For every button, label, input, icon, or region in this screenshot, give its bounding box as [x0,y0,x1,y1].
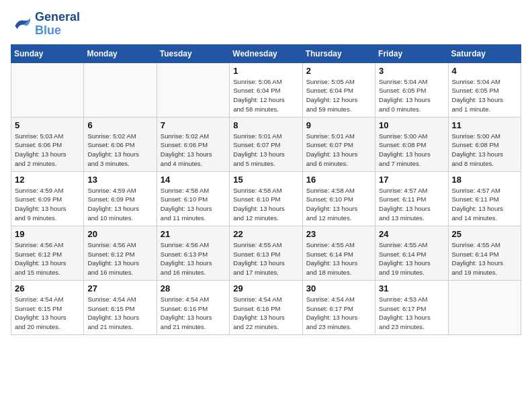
day-number: 24 [379,229,444,239]
calendar-week-4: 19Sunrise: 4:56 AM Sunset: 6:12 PM Dayli… [11,226,521,280]
calendar-cell: 25Sunrise: 4:55 AM Sunset: 6:14 PM Dayli… [448,226,521,280]
calendar-cell [448,280,521,334]
day-info: Sunrise: 5:00 AM Sunset: 6:08 PM Dayligh… [452,132,517,169]
page-header: General Blue [11,11,521,38]
day-number: 23 [306,229,371,239]
day-number: 28 [161,283,226,293]
day-info: Sunrise: 4:54 AM Sunset: 6:15 PM Dayligh… [87,295,152,332]
header-row: SundayMondayTuesdayWednesdayThursdayFrid… [11,44,521,62]
day-number: 31 [379,283,444,293]
calendar-cell: 19Sunrise: 4:56 AM Sunset: 6:12 PM Dayli… [11,226,84,280]
day-number: 26 [15,283,80,293]
day-number: 9 [306,120,371,130]
calendar-table: SundayMondayTuesdayWednesdayThursdayFrid… [11,44,521,335]
day-number: 30 [306,283,371,293]
calendar-cell: 28Sunrise: 4:54 AM Sunset: 6:16 PM Dayli… [157,280,229,334]
day-number: 10 [379,120,444,130]
day-info: Sunrise: 4:59 AM Sunset: 6:09 PM Dayligh… [87,186,152,223]
day-info: Sunrise: 5:01 AM Sunset: 6:07 PM Dayligh… [233,132,298,169]
day-number: 11 [452,120,517,130]
day-number: 15 [233,175,298,185]
calendar-cell: 9Sunrise: 5:01 AM Sunset: 6:07 PM Daylig… [302,117,375,171]
day-number: 14 [161,175,226,185]
calendar-cell: 13Sunrise: 4:59 AM Sunset: 6:09 PM Dayli… [84,171,157,226]
calendar-cell: 12Sunrise: 4:59 AM Sunset: 6:09 PM Dayli… [11,171,84,226]
calendar-cell: 14Sunrise: 4:58 AM Sunset: 6:10 PM Dayli… [157,171,229,226]
calendar-cell: 29Sunrise: 4:54 AM Sunset: 6:16 PM Dayli… [230,280,302,334]
calendar-cell: 3Sunrise: 5:04 AM Sunset: 6:05 PM Daylig… [375,62,448,117]
day-number: 25 [452,229,517,239]
day-info: Sunrise: 5:02 AM Sunset: 6:06 PM Dayligh… [87,132,152,169]
day-info: Sunrise: 5:03 AM Sunset: 6:06 PM Dayligh… [15,132,80,169]
header-cell-thursday: Thursday [302,44,375,62]
header-cell-monday: Monday [84,44,157,62]
calendar-cell: 16Sunrise: 4:58 AM Sunset: 6:10 PM Dayli… [302,171,375,226]
header-cell-friday: Friday [375,44,448,62]
day-number: 2 [306,66,371,76]
header-cell-sunday: Sunday [11,44,84,62]
calendar-cell: 6Sunrise: 5:02 AM Sunset: 6:06 PM Daylig… [84,117,157,171]
day-info: Sunrise: 4:58 AM Sunset: 6:10 PM Dayligh… [233,186,298,223]
day-info: Sunrise: 5:01 AM Sunset: 6:07 PM Dayligh… [306,132,371,169]
day-info: Sunrise: 4:57 AM Sunset: 6:11 PM Dayligh… [452,186,517,223]
calendar-week-5: 26Sunrise: 4:54 AM Sunset: 6:15 PM Dayli… [11,280,521,334]
calendar-cell: 1Sunrise: 5:06 AM Sunset: 6:04 PM Daylig… [230,62,302,117]
calendar-cell: 30Sunrise: 4:54 AM Sunset: 6:17 PM Dayli… [302,280,375,334]
day-info: Sunrise: 4:56 AM Sunset: 6:12 PM Dayligh… [87,240,152,277]
day-info: Sunrise: 4:58 AM Sunset: 6:10 PM Dayligh… [306,186,371,223]
day-info: Sunrise: 5:04 AM Sunset: 6:05 PM Dayligh… [452,77,517,114]
calendar-cell: 11Sunrise: 5:00 AM Sunset: 6:08 PM Dayli… [448,117,521,171]
calendar-cell: 2Sunrise: 5:05 AM Sunset: 6:04 PM Daylig… [302,62,375,117]
calendar-cell: 7Sunrise: 5:02 AM Sunset: 6:06 PM Daylig… [157,117,229,171]
day-number: 3 [379,66,444,76]
day-number: 12 [15,175,80,185]
calendar-cell: 31Sunrise: 4:53 AM Sunset: 6:17 PM Dayli… [375,280,448,334]
day-number: 6 [87,120,152,130]
header-cell-wednesday: Wednesday [230,44,302,62]
day-info: Sunrise: 4:53 AM Sunset: 6:17 PM Dayligh… [379,295,444,332]
calendar-cell: 24Sunrise: 4:55 AM Sunset: 6:14 PM Dayli… [375,226,448,280]
day-number: 20 [87,229,152,239]
logo-icon [11,15,32,34]
day-info: Sunrise: 5:02 AM Sunset: 6:06 PM Dayligh… [161,132,226,169]
calendar-cell [11,62,84,117]
day-info: Sunrise: 4:57 AM Sunset: 6:11 PM Dayligh… [379,186,444,223]
calendar-header: SundayMondayTuesdayWednesdayThursdayFrid… [11,44,521,62]
day-number: 22 [233,229,298,239]
day-info: Sunrise: 4:59 AM Sunset: 6:09 PM Dayligh… [15,186,80,223]
day-number: 8 [233,120,298,130]
day-number: 16 [306,175,371,185]
day-number: 21 [161,229,226,239]
calendar-week-2: 5Sunrise: 5:03 AM Sunset: 6:06 PM Daylig… [11,117,521,171]
day-info: Sunrise: 5:04 AM Sunset: 6:05 PM Dayligh… [379,77,444,114]
calendar-week-1: 1Sunrise: 5:06 AM Sunset: 6:04 PM Daylig… [11,62,521,117]
calendar-cell: 18Sunrise: 4:57 AM Sunset: 6:11 PM Dayli… [448,171,521,226]
header-cell-tuesday: Tuesday [157,44,229,62]
calendar-body: 1Sunrise: 5:06 AM Sunset: 6:04 PM Daylig… [11,62,521,334]
calendar-cell: 26Sunrise: 4:54 AM Sunset: 6:15 PM Dayli… [11,280,84,334]
logo-text: General Blue [35,11,80,38]
day-info: Sunrise: 4:55 AM Sunset: 6:13 PM Dayligh… [233,240,298,277]
day-number: 27 [87,283,152,293]
day-number: 17 [379,175,444,185]
calendar-cell: 21Sunrise: 4:56 AM Sunset: 6:13 PM Dayli… [157,226,229,280]
day-info: Sunrise: 4:54 AM Sunset: 6:16 PM Dayligh… [233,295,298,332]
day-number: 5 [15,120,80,130]
calendar-cell: 23Sunrise: 4:55 AM Sunset: 6:14 PM Dayli… [302,226,375,280]
day-number: 19 [15,229,80,239]
day-info: Sunrise: 5:06 AM Sunset: 6:04 PM Dayligh… [233,77,298,114]
day-info: Sunrise: 4:54 AM Sunset: 6:17 PM Dayligh… [306,295,371,332]
calendar-cell: 17Sunrise: 4:57 AM Sunset: 6:11 PM Dayli… [375,171,448,226]
logo: General Blue [11,11,80,38]
day-number: 4 [452,66,517,76]
header-cell-saturday: Saturday [448,44,521,62]
day-number: 1 [233,66,298,76]
day-info: Sunrise: 4:56 AM Sunset: 6:13 PM Dayligh… [161,240,226,277]
day-info: Sunrise: 4:54 AM Sunset: 6:15 PM Dayligh… [15,295,80,332]
calendar-cell: 10Sunrise: 5:00 AM Sunset: 6:08 PM Dayli… [375,117,448,171]
calendar-cell: 20Sunrise: 4:56 AM Sunset: 6:12 PM Dayli… [84,226,157,280]
day-info: Sunrise: 4:56 AM Sunset: 6:12 PM Dayligh… [15,240,80,277]
calendar-cell [84,62,157,117]
calendar-cell [157,62,229,117]
day-info: Sunrise: 5:05 AM Sunset: 6:04 PM Dayligh… [306,77,371,114]
